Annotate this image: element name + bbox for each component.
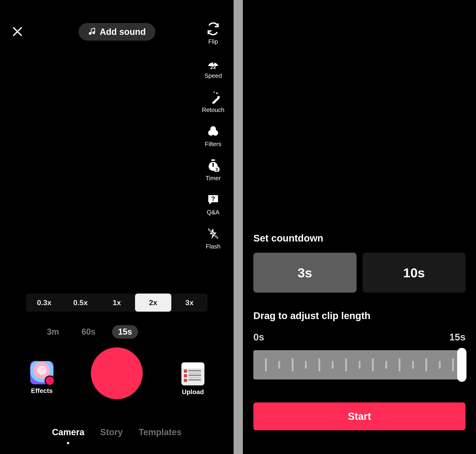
add-sound-label: Add sound — [100, 27, 146, 37]
countdown-options: 3s 10s — [253, 253, 466, 293]
clip-length-range-labels: 0s 15s — [253, 332, 466, 343]
duration-option-3m[interactable]: 3m — [41, 325, 65, 339]
flip-icon — [206, 22, 220, 36]
magic-wand-icon — [206, 90, 220, 104]
duration-option-15s[interactable]: 15s — [112, 325, 138, 339]
flip-label: Flip — [208, 38, 218, 45]
music-note-icon — [88, 27, 96, 37]
speed-selector: 0.3x 0.5x 1x 2x 3x — [26, 294, 208, 312]
clip-length-slider[interactable] — [253, 350, 466, 379]
speed-option-0-3x[interactable]: 0.3x — [26, 294, 62, 312]
capture-mode-tabs: Camera Story Templates — [0, 427, 234, 442]
start-label: Start — [348, 411, 371, 422]
slider-ticks — [253, 350, 466, 379]
effects-avatar-icon — [30, 361, 54, 384]
svg-point-12 — [212, 130, 218, 136]
svg-text:?: ? — [211, 195, 215, 202]
svg-point-8 — [217, 96, 218, 97]
clip-length-min-label: 0s — [253, 332, 264, 343]
speed-option-0-5x[interactable]: 0.5x — [62, 294, 99, 312]
speed-label: Speed — [204, 72, 222, 79]
mode-tab-camera[interactable]: Camera — [52, 427, 84, 442]
effects-button[interactable]: Effects — [26, 361, 58, 394]
camera-screen: Add sound Flip 2x Speed Retouch — [0, 0, 234, 454]
camera-toolbar: Flip 2x Speed Retouch Filters — [199, 22, 227, 250]
close-icon — [12, 35, 23, 38]
svg-point-3 — [93, 32, 95, 34]
flip-button[interactable]: Flip — [199, 22, 227, 45]
svg-point-7 — [216, 92, 218, 94]
speed-button[interactable]: 2x Speed — [199, 56, 227, 79]
flash-label: Flash — [206, 243, 221, 250]
qa-button[interactable]: ? Q&A — [199, 193, 227, 216]
retouch-label: Retouch — [202, 106, 225, 114]
clip-length-title: Drag to adjust clip length — [253, 310, 370, 321]
countdown-option-3s[interactable]: 3s — [253, 253, 357, 293]
svg-point-2 — [89, 32, 91, 34]
speed-option-1x[interactable]: 1x — [99, 294, 135, 312]
filters-icon — [206, 124, 220, 138]
speed-option-3x[interactable]: 3x — [171, 294, 208, 312]
clip-length-handle[interactable] — [457, 348, 467, 382]
timer-screen: Set countdown 3s 10s Drag to adjust clip… — [243, 0, 476, 454]
countdown-option-10s[interactable]: 10s — [363, 253, 466, 293]
gallery-thumbnail-icon — [181, 362, 204, 386]
add-sound-button[interactable]: Add sound — [78, 23, 155, 41]
flash-off-icon — [206, 227, 220, 241]
upload-label: Upload — [182, 388, 204, 396]
duration-selector: 3m 60s 15s — [41, 324, 134, 340]
svg-rect-13 — [211, 159, 215, 161]
question-bubble-icon: ? — [206, 193, 220, 206]
mode-tab-story[interactable]: Story — [100, 427, 123, 442]
duration-option-60s[interactable]: 60s — [76, 325, 101, 339]
timer-button[interactable]: 33 Timer — [199, 158, 227, 182]
countdown-sheet: Set countdown 3s 10s Drag to adjust clip… — [243, 229, 476, 454]
clip-length-max-label: 15s — [449, 332, 466, 343]
mode-tab-templates[interactable]: Templates — [139, 427, 181, 442]
effects-label: Effects — [31, 387, 53, 394]
svg-text:2x: 2x — [210, 64, 216, 69]
record-button[interactable] — [91, 347, 143, 399]
close-button[interactable] — [10, 26, 22, 37]
qa-label: Q&A — [207, 209, 220, 216]
filters-label: Filters — [205, 141, 221, 148]
speedometer-icon: 2x — [206, 56, 220, 70]
timer-icon: 33 — [206, 158, 220, 172]
start-countdown-button[interactable]: Start — [253, 402, 466, 430]
timer-label: Timer — [205, 175, 221, 182]
screenshot-divider — [234, 0, 243, 454]
filters-button[interactable]: Filters — [199, 124, 227, 148]
flash-button[interactable]: Flash — [199, 227, 227, 250]
speed-option-2x[interactable]: 2x — [135, 294, 171, 312]
countdown-title: Set countdown — [253, 233, 323, 244]
retouch-button[interactable]: Retouch — [199, 90, 227, 114]
svg-text:3: 3 — [215, 167, 218, 172]
upload-button[interactable]: Upload — [177, 362, 209, 396]
svg-point-9 — [214, 91, 215, 93]
